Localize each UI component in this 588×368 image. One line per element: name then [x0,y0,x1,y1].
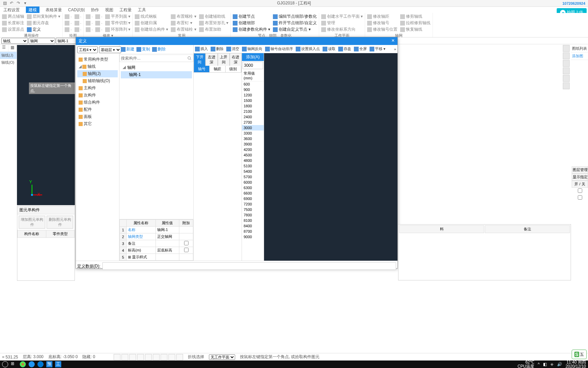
prop-checkbox[interactable] [184,248,189,252]
qat-save-icon[interactable]: ▤ [2,1,7,6]
spacing-subtab[interactable]: 轴距 [210,66,225,72]
value-item[interactable]: 5700 [242,174,264,180]
menu-collab[interactable]: 协作 [91,7,99,13]
tool-icon-4[interactable] [137,354,144,360]
tool-icon-6[interactable] [153,354,160,360]
layer-checkbox-2[interactable] [578,195,582,200]
value-item[interactable]: 6900 [242,196,264,201]
ribbon-btn[interactable]: · [95,20,102,26]
ribbon-btn[interactable]: 创建辅助线 [199,14,228,19]
value-item[interactable]: 4500 [242,152,264,158]
refresh-icon[interactable] [563,75,570,82]
tree-node[interactable]: 轴网(J) [77,70,118,77]
value-item[interactable]: 600 [242,81,264,87]
ribbon-btn[interactable]: 拉框修剪轴线 [400,20,430,26]
ribbon-btn[interactable]: 环形阵列 ▾ [105,27,130,32]
viewport-3d[interactable]: 按鼠标左键指定第一个角点, YX [17,45,75,205]
ribbon-btn[interactable]: 长度标注 [2,20,24,26]
ribbon-btn[interactable]: 修改轴号 [367,20,397,26]
value-item[interactable]: 3600 [242,136,264,141]
toolbar-btn[interactable]: 删除 [211,46,224,51]
ribbon-btn[interactable]: 修改轴距 [367,14,397,19]
value-item[interactable]: 1800 [242,103,264,109]
copy-button[interactable]: 复制 [136,46,150,52]
ribbon-btn[interactable]: 管理 [321,20,363,26]
spacing-tab[interactable]: 左进深 [206,53,217,66]
ribbon-btn[interactable]: 两点辅轴 [2,14,24,19]
value-item[interactable]: 5100 [242,163,264,169]
value-input[interactable] [243,62,263,69]
menu-view[interactable]: 视图 [105,7,113,13]
app-icon-2[interactable] [29,361,35,367]
qat-undo-icon[interactable]: ↶ [9,1,14,6]
ribbon-btn[interactable]: 线式钢板 [135,14,168,19]
value-item[interactable]: 900 [242,87,264,92]
app-icon-3[interactable]: 预 [46,361,52,367]
tray-volume-icon[interactable]: 🔊 [557,362,562,367]
task-view-icon[interactable]: ⊞ [11,361,17,367]
grid-preview-canvas[interactable] [264,53,397,261]
grid-icon[interactable] [563,82,570,89]
value-item[interactable]: 4800 [242,158,264,163]
toolbar-btn[interactable]: 清空 [226,46,239,51]
add-element-button[interactable]: 增加图元单构件 [19,216,45,229]
ribbon-btn[interactable]: · [75,27,81,32]
define-data-input[interactable] [102,262,396,270]
value-item[interactable]: 6000 [242,180,264,185]
ribbon-btn[interactable]: 创建归属 [135,20,168,26]
value-item[interactable]: 6300 [242,185,264,190]
ribbon-btn[interactable]: 创建水平工作平面 ▾ [321,14,363,19]
ribbon-btn[interactable]: 布置螺栓 ▾ [171,14,196,19]
spacing-tab[interactable]: 下开间 [194,53,206,66]
app-icon-4[interactable]: 工 [55,361,61,367]
list-view-icon[interactable]: ☰ [0,45,9,51]
ribbon-btn[interactable]: · [86,14,93,19]
tree-node[interactable]: 组合构件 [77,99,118,106]
project-select[interactable]: 工程4 ▾ [77,46,98,53]
component-node[interactable]: ◢ 轴网 [121,64,192,71]
ribbon-btn[interactable]: 炸开节点细部/自定义 [273,20,316,26]
workplane-select[interactable]: 无工作平面 [209,354,235,360]
spacing-tab[interactable]: 右进深 [230,53,242,66]
value-item[interactable]: 8100 [242,218,264,223]
more-icon[interactable]: » [394,46,396,51]
ribbon-btn[interactable]: 零件切割 ▾ [105,20,130,26]
toolbar-btn[interactable]: 插入 [195,46,208,51]
ribbon-btn[interactable]: 修剪轴线 [400,14,430,19]
ribbon-btn[interactable]: 图元存盘 [27,20,60,26]
ribbon-btn[interactable]: · [75,20,81,26]
menu-tools[interactable]: 工具 [138,7,146,13]
tree-node[interactable]: 次构件 [77,92,118,99]
toolbar-btn[interactable]: 平移 ▾ [370,46,386,51]
ribbon-btn[interactable]: 布置加助 [199,27,228,32]
tray-icon-1[interactable]: ◧ [543,362,547,367]
tool-icon-5[interactable] [145,354,152,360]
tree-node[interactable]: 主构件 [77,85,118,92]
new-button[interactable]: 新建 [121,46,134,52]
tool-icon-3[interactable] [129,354,136,360]
value-item[interactable]: 2400 [242,114,264,120]
value-item[interactable]: 3300 [242,131,264,136]
tool-icon-2[interactable] [121,354,128,360]
ribbon-btn[interactable]: · [65,14,71,19]
remove-element-button[interactable]: 删除图元单构件 [47,216,73,229]
tray-network-icon[interactable]: ⚹ [550,362,554,367]
menu-modeling[interactable]: 建模 [26,6,39,14]
ribbon-btn[interactable]: 设置原点 [2,27,24,32]
select-mode[interactable]: 折线选择 [188,354,204,360]
tool-icon-8[interactable] [168,354,175,360]
search-input[interactable] [119,55,193,62]
view-iso-icon[interactable] [563,67,570,74]
menu-quantity[interactable]: 工程量 [119,7,132,13]
menu-cad[interactable]: CAD识别 [68,7,85,13]
value-item[interactable]: 7500 [242,207,264,212]
tree-node[interactable]: 配件 [77,106,118,113]
ctx-category-select[interactable]: 轴线 [1,38,28,44]
toolbar-btn[interactable]: 轴网反向 [242,46,262,51]
ribbon-btn[interactable]: 创建节点 [233,14,270,19]
ribbon-btn[interactable]: 创建组合构件 ▾ [135,27,168,32]
menu-table-calc[interactable]: 表格算量 [46,7,62,13]
ribbon-btn[interactable]: · [86,27,93,32]
value-item[interactable]: 4200 [242,147,264,152]
ime-indicator[interactable]: S 五 [572,350,587,359]
